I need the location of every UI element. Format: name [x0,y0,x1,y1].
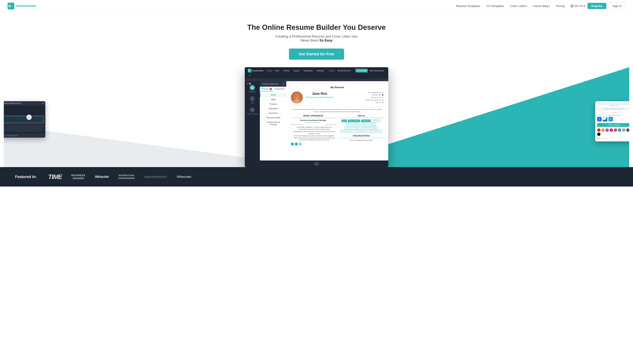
optimizer-close-icon[interactable]: ✕ [283,83,284,85]
section-technical-skills[interactable]: Technical Skills [260,115,286,120]
svg-point-24 [295,94,298,98]
dot-2 [295,142,298,146]
lang-chevron-icon: ▾ [584,4,585,8]
templates-button[interactable]: Templates [302,69,314,72]
color-dark[interactable] [626,128,629,132]
svg-point-18 [251,110,252,110]
optimizer-button[interactable]: Optimizer [245,84,260,94]
settings-button[interactable]: Settings [315,69,326,72]
hero-headline: The Online Resume Builder You Deserve [4,24,629,32]
signin-button[interactable]: Sign In [609,3,626,9]
section-work[interactable]: Work [260,93,286,97]
tips-label: Tips [251,102,254,104]
progress-dots [291,142,336,146]
close-icon[interactable]: ✕ [42,102,44,104]
phone-contact: 202-555-0166 📱 [366,94,384,96]
carousel-right-arrow[interactable]: › [601,114,606,120]
optimizer-header: Content Optimizer ✕ [260,81,286,87]
register-button[interactable]: Register [588,3,606,9]
my-documents-button[interactable]: My Documents [368,69,385,72]
twitter-icon[interactable]: t [608,117,613,122]
theme-button[interactable]: Theme [282,69,291,72]
publish-button[interactable]: Publish Changes [597,123,629,127]
job-bullets: Successfully managed $2 - 3 million budg… [291,126,336,141]
language-selector[interactable]: EN US ▾ [570,4,585,8]
color-red[interactable] [597,128,600,132]
backgrounds-panel: Creative Backgrounds ↑ ✕ [4,101,45,138]
facebook-icon[interactable]: f [597,117,602,122]
featured-logos: TIME BUSINESSINSIDER lifehacker INTEREST… [48,173,618,180]
nav-pricing[interactable]: Pricing [556,4,565,8]
color-purple[interactable] [606,128,609,132]
cta-button[interactable]: Get Started for Free [289,48,344,60]
location-contact: New York, USA 📍 [366,96,384,98]
resume-header: Jane Roe Business Development Manager ja… [291,92,384,105]
skype-contact: jane.roe 💬 [366,102,384,104]
builder-window: N novoresume Design Font Theme Layout Te… [245,67,388,167]
skill-decision-making: Decision Making [346,123,359,126]
thumbnail-2[interactable] [4,116,44,123]
red-badge [247,83,248,84]
tips-button[interactable]: Tips [245,94,260,105]
backgrounds-panel-footer: ↻ Sync Background [4,134,45,138]
builder-bottom-bar: ··· [245,160,388,167]
color-orange[interactable] [601,128,605,132]
section-skills[interactable]: Skills [260,97,286,102]
section-summary[interactable]: Summary [260,111,286,115]
section-conferences[interactable]: Conferences & Courses [260,120,286,127]
star-4: ★ [604,138,606,140]
section-projects[interactable]: Projects [260,102,286,106]
download-button[interactable]: Download [356,69,368,72]
color-blue[interactable] [618,128,621,132]
logo-lifehacker: lifehacker [95,175,109,179]
brand-name: novoresume [16,4,36,8]
nav-actions: EN US ▾ Register Sign In [570,3,626,9]
global-archive-button[interactable]: Global Archive [336,69,352,72]
external-link-icon: ↗ [319,122,320,123]
logo-interesting-engineering: INTERESTINGENGINEERING [118,174,135,180]
layout-button[interactable]: Layout [292,69,301,72]
builder-body: Optimizer Tips Ask for Advice [245,81,388,160]
language-label: EN US [574,4,583,8]
section-education[interactable]: Education [260,106,286,111]
svg-text:N: N [248,70,250,72]
reviews-tab[interactable]: Reviews 1 [260,87,273,92]
skill-analytics: Google Analytics [354,130,367,133]
globe-icon [570,4,574,8]
ask-advice-button[interactable]: Ask for Advice [245,106,260,116]
resume-document: My Résumé J [286,81,388,160]
font-label: w [597,138,598,140]
hamburger-button[interactable]: ≡ [248,73,252,77]
nav-resume-templates[interactable]: Resume Templates [456,4,480,8]
featured-label: Featured In: [15,175,37,179]
job-meta: 09/2014 – 06/2017 New York, USA [291,124,336,126]
logo-recruiter: R•Recruiter [177,175,191,178]
share-panel: Should not be shared with recruiters, yo… [595,101,629,142]
skill-public-speaking: Public Speaking [348,120,360,122]
backgrounds-panel-header: Creative Backgrounds ↑ ✕ [4,101,45,106]
optimizer-icon [250,85,255,90]
suggestions-tab[interactable]: Suggestions [273,87,286,92]
color-pink[interactable] [610,128,613,132]
design-label: Design [266,70,272,72]
color-swatches [597,128,629,136]
carousel-left-arrow[interactable]: ‹ [26,114,32,120]
left-panel: Optimizer Tips Ask for Advice [245,81,260,160]
preview-section: Creative Backgrounds ↑ ✕ [4,67,629,167]
more-options-button[interactable]: ··· [314,162,319,166]
svg-point-7 [20,118,21,120]
thumbnail-3[interactable] [4,124,44,132]
share-link[interactable]: ovresume.com/r/offer-mihai01-1 [597,107,629,110]
color-gray[interactable] [622,128,626,132]
nav-cv-templates[interactable]: CV Templates [486,4,504,8]
color-coral[interactable] [614,128,617,132]
color-black[interactable] [597,132,600,136]
skill-sales: Sales & Marketing [368,130,382,133]
nav-career-blog[interactable]: Career Blog [533,4,550,8]
logo-link[interactable]: N novoresume [8,3,36,10]
star-5: ★ [606,138,608,140]
optimizer-label: Optimizer [249,91,256,93]
thumbnail-1[interactable] [4,107,44,114]
nav-cover-letters[interactable]: Cover Letters [510,4,527,8]
font-button[interactable]: Font [274,69,281,72]
